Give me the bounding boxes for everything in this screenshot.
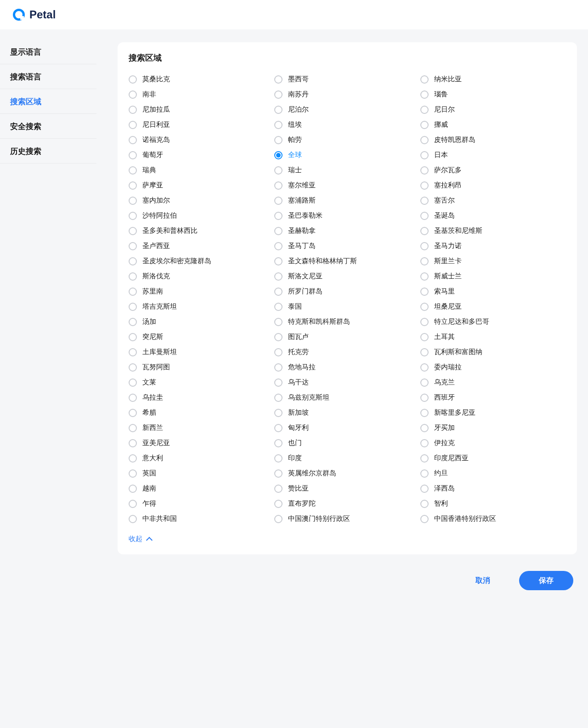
region-option[interactable]: 土耳其 — [420, 329, 566, 344]
region-option[interactable]: 瑞典 — [129, 163, 274, 178]
collapse-toggle[interactable]: 收起 — [129, 535, 566, 545]
region-option[interactable]: 圣马丁岛 — [274, 238, 420, 254]
region-option[interactable]: 图瓦卢 — [274, 329, 420, 344]
region-option[interactable]: 塞内加尔 — [129, 193, 274, 208]
region-option[interactable]: 挪威 — [420, 117, 566, 132]
region-option[interactable]: 约旦 — [420, 466, 566, 481]
region-option[interactable]: 文莱 — [129, 375, 274, 390]
region-option[interactable]: 乌克兰 — [420, 375, 566, 390]
radio-icon — [420, 166, 429, 175]
region-option[interactable]: 印度尼西亚 — [420, 451, 566, 466]
region-option[interactable]: 意大利 — [129, 451, 274, 466]
region-option[interactable]: 中国香港特别行政区 — [420, 511, 566, 526]
sidebar-item-search-region[interactable]: 搜索区域 — [0, 90, 96, 114]
region-option[interactable]: 英属维尔京群岛 — [274, 466, 420, 481]
cancel-button[interactable]: 取消 — [456, 571, 510, 590]
region-option[interactable]: 牙买加 — [420, 420, 566, 435]
region-option[interactable]: 萨尔瓦多 — [420, 163, 566, 178]
save-button[interactable]: 保存 — [519, 571, 573, 590]
region-option[interactable]: 莫桑比克 — [129, 72, 274, 87]
region-option[interactable]: 西班牙 — [420, 390, 566, 405]
region-option[interactable]: 尼泊尔 — [274, 102, 420, 117]
region-option[interactable]: 所罗门群岛 — [274, 284, 420, 299]
region-option[interactable]: 圣赫勒拿 — [274, 223, 420, 238]
region-option[interactable]: 圣文森特和格林纳丁斯 — [274, 254, 420, 269]
region-option[interactable]: 也门 — [274, 435, 420, 451]
region-option[interactable]: 希腊 — [129, 405, 274, 420]
region-option[interactable]: 坦桑尼亚 — [420, 299, 566, 314]
region-option[interactable]: 乌拉圭 — [129, 390, 274, 405]
region-option[interactable]: 塞拉利昂 — [420, 178, 566, 193]
region-option[interactable]: 中国澳门特别行政区 — [274, 511, 420, 526]
region-option[interactable]: 危地马拉 — [274, 360, 420, 375]
region-option[interactable]: 萨摩亚 — [129, 178, 274, 193]
region-option[interactable]: 瑙鲁 — [420, 87, 566, 102]
region-option[interactable]: 圣诞岛 — [420, 208, 566, 223]
region-label: 新喀里多尼亚 — [434, 408, 475, 417]
region-option[interactable]: 智利 — [420, 496, 566, 511]
region-option[interactable]: 瓦努阿图 — [129, 360, 274, 375]
region-option[interactable]: 乍得 — [129, 496, 274, 511]
region-option[interactable]: 南非 — [129, 87, 274, 102]
region-option[interactable]: 新西兰 — [129, 420, 274, 435]
region-option[interactable]: 苏里南 — [129, 284, 274, 299]
region-option[interactable]: 塞尔维亚 — [274, 178, 420, 193]
region-option[interactable]: 伊拉克 — [420, 435, 566, 451]
region-option[interactable]: 沙特阿拉伯 — [129, 208, 274, 223]
region-option[interactable]: 特克斯和凯科斯群岛 — [274, 314, 420, 329]
region-option[interactable]: 直布罗陀 — [274, 496, 420, 511]
region-option[interactable]: 汤加 — [129, 314, 274, 329]
region-option[interactable]: 尼日利亚 — [129, 117, 274, 132]
region-option[interactable]: 特立尼达和多巴哥 — [420, 314, 566, 329]
region-option[interactable]: 塞浦路斯 — [274, 193, 420, 208]
region-option[interactable]: 中非共和国 — [129, 511, 274, 526]
region-option[interactable]: 葡萄牙 — [129, 147, 274, 163]
sidebar-item-history-search[interactable]: 历史搜索 — [0, 140, 96, 164]
region-option[interactable]: 尼加拉瓜 — [129, 102, 274, 117]
region-option[interactable]: 斯洛伐克 — [129, 269, 274, 284]
region-option[interactable]: 日本 — [420, 147, 566, 163]
region-option[interactable]: 斯威士兰 — [420, 269, 566, 284]
region-option[interactable]: 圣卢西亚 — [129, 238, 274, 254]
region-option[interactable]: 尼日尔 — [420, 102, 566, 117]
region-option[interactable]: 匈牙利 — [274, 420, 420, 435]
region-option[interactable]: 圣马力诺 — [420, 238, 566, 254]
sidebar-item-display-language[interactable]: 显示语言 — [0, 40, 96, 64]
region-option[interactable]: 瑞士 — [274, 163, 420, 178]
region-option[interactable]: 圣皮埃尔和密克隆群岛 — [129, 254, 274, 269]
region-option[interactable]: 圣巴泰勒米 — [274, 208, 420, 223]
region-option[interactable]: 瓦利斯和富图纳 — [420, 344, 566, 360]
sidebar-item-search-language[interactable]: 搜索语言 — [0, 65, 96, 89]
region-option[interactable]: 乌干达 — [274, 375, 420, 390]
region-option[interactable]: 越南 — [129, 481, 274, 496]
region-option[interactable]: 索马里 — [420, 284, 566, 299]
region-option[interactable]: 斯洛文尼亚 — [274, 269, 420, 284]
region-option[interactable]: 泰国 — [274, 299, 420, 314]
region-option[interactable]: 新喀里多尼亚 — [420, 405, 566, 420]
region-option[interactable]: 纽埃 — [274, 117, 420, 132]
region-option[interactable]: 圣基茨和尼维斯 — [420, 223, 566, 238]
region-option[interactable]: 乌兹别克斯坦 — [274, 390, 420, 405]
region-option[interactable]: 纳米比亚 — [420, 72, 566, 87]
region-option[interactable]: 土库曼斯坦 — [129, 344, 274, 360]
region-option[interactable]: 赞比亚 — [274, 481, 420, 496]
region-option[interactable]: 委内瑞拉 — [420, 360, 566, 375]
region-option[interactable]: 塞舌尔 — [420, 193, 566, 208]
region-option[interactable]: 塔吉克斯坦 — [129, 299, 274, 314]
region-option[interactable]: 英国 — [129, 466, 274, 481]
region-option[interactable]: 突尼斯 — [129, 329, 274, 344]
region-option[interactable]: 斯里兰卡 — [420, 254, 566, 269]
region-option[interactable]: 新加坡 — [274, 405, 420, 420]
region-option[interactable]: 南苏丹 — [274, 87, 420, 102]
region-option[interactable]: 皮特凯恩群岛 — [420, 132, 566, 147]
region-option[interactable]: 诺福克岛 — [129, 132, 274, 147]
region-option[interactable]: 亚美尼亚 — [129, 435, 274, 451]
region-option[interactable]: 泽西岛 — [420, 481, 566, 496]
region-option[interactable]: 墨西哥 — [274, 72, 420, 87]
region-option[interactable]: 帕劳 — [274, 132, 420, 147]
region-option[interactable]: 圣多美和普林西比 — [129, 223, 274, 238]
region-option[interactable]: 印度 — [274, 451, 420, 466]
region-option[interactable]: 全球 — [274, 147, 420, 163]
region-option[interactable]: 托克劳 — [274, 344, 420, 360]
sidebar-item-safe-search[interactable]: 安全搜索 — [0, 115, 96, 139]
